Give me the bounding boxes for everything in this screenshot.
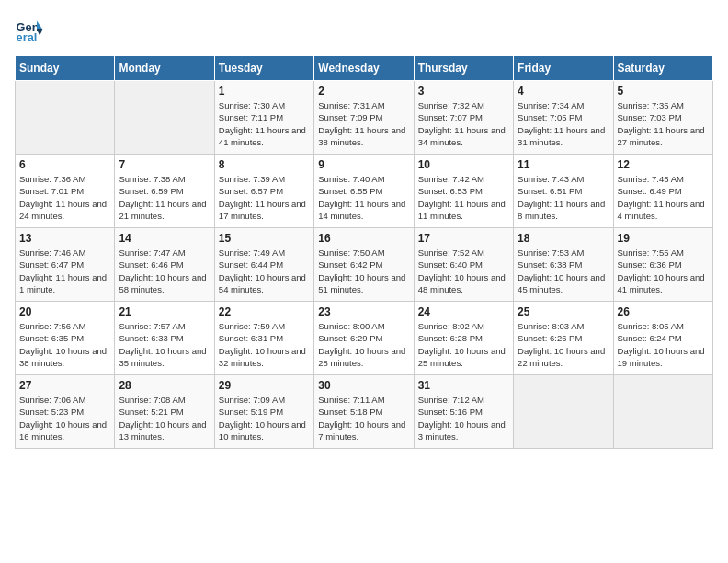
day-info: Sunrise: 7:43 AMSunset: 6:51 PMDaylight:… [518,173,609,222]
sunrise-label: Sunrise: 7:06 AM [19,395,85,405]
daylight-label: Daylight: 10 hours and 38 minutes. [19,346,107,368]
day-info: Sunrise: 7:08 AMSunset: 5:21 PMDaylight:… [119,394,210,442]
header-cell-tuesday: Tuesday [214,56,313,81]
day-cell: 10Sunrise: 7:42 AMSunset: 6:53 PMDayligh… [414,155,513,228]
day-cell: 29Sunrise: 7:09 AMSunset: 5:19 PMDayligh… [214,375,313,449]
day-number: 3 [418,85,509,98]
daylight-label: Daylight: 11 hours and 27 minutes. [618,125,705,147]
day-number: 17 [418,232,509,245]
daylight-label: Daylight: 11 hours and 38 minutes. [318,125,405,147]
daylight-label: Daylight: 10 hours and 45 minutes. [518,272,605,294]
day-number: 7 [119,158,210,171]
day-info: Sunrise: 7:49 AMSunset: 6:44 PMDaylight:… [219,247,310,295]
day-info: Sunrise: 7:34 AMSunset: 7:05 PMDaylight:… [518,99,609,148]
day-cell: 20Sunrise: 7:56 AMSunset: 6:35 PMDayligh… [16,302,115,375]
day-number: 13 [19,232,110,245]
sunrise-label: Sunrise: 7:39 AM [219,174,285,184]
day-cell: 4Sunrise: 7:34 AMSunset: 7:05 PMDaylight… [514,81,613,155]
day-number: 20 [19,305,110,318]
day-cell: 17Sunrise: 7:52 AMSunset: 6:40 PMDayligh… [414,228,513,302]
day-info: Sunrise: 7:38 AMSunset: 6:59 PMDaylight:… [119,173,210,222]
day-cell: 7Sunrise: 7:38 AMSunset: 6:59 PMDaylight… [115,155,214,228]
day-info: Sunrise: 7:55 AMSunset: 6:36 PMDaylight:… [618,247,709,295]
svg-marker-2 [37,20,42,29]
day-info: Sunrise: 7:39 AMSunset: 6:57 PMDaylight:… [219,173,310,222]
day-info: Sunrise: 7:50 AMSunset: 6:42 PMDaylight:… [318,247,409,295]
day-cell [613,375,712,449]
day-cell: 11Sunrise: 7:43 AMSunset: 6:51 PMDayligh… [514,155,613,228]
sunset-label: Sunset: 5:16 PM [418,407,483,417]
day-info: Sunrise: 7:45 AMSunset: 6:49 PMDaylight:… [618,173,709,222]
sunrise-label: Sunrise: 7:59 AM [219,321,285,331]
sunrise-label: Sunrise: 8:05 AM [618,321,684,331]
sunset-label: Sunset: 7:03 PM [618,112,682,122]
day-number: 11 [518,158,609,171]
day-number: 8 [219,158,310,171]
day-number: 21 [119,305,210,318]
sunset-label: Sunset: 7:09 PM [318,112,382,122]
week-row-4: 27Sunrise: 7:06 AMSunset: 5:23 PMDayligh… [16,375,713,449]
sunset-label: Sunset: 7:01 PM [19,186,84,196]
day-cell: 15Sunrise: 7:49 AMSunset: 6:44 PMDayligh… [214,228,313,302]
header-cell-sunday: Sunday [16,56,115,81]
day-info: Sunrise: 7:35 AMSunset: 7:03 PMDaylight:… [618,99,709,148]
sunset-label: Sunset: 6:35 PM [19,333,84,343]
sunset-label: Sunset: 5:23 PM [19,407,84,417]
sunrise-label: Sunrise: 7:47 AM [119,247,185,258]
daylight-label: Daylight: 10 hours and 51 minutes. [318,272,405,294]
day-info: Sunrise: 7:06 AMSunset: 5:23 PMDaylight:… [19,394,110,442]
day-info: Sunrise: 7:46 AMSunset: 6:47 PMDaylight:… [19,247,110,295]
sunrise-label: Sunrise: 7:43 AM [518,174,584,184]
sunset-label: Sunset: 7:11 PM [219,112,283,122]
sunset-label: Sunset: 6:51 PM [518,186,582,196]
daylight-label: Daylight: 10 hours and 41 minutes. [618,272,705,294]
day-number: 27 [19,379,110,392]
daylight-label: Daylight: 11 hours and 11 minutes. [418,199,506,221]
day-number: 2 [318,85,409,98]
day-number: 12 [618,158,709,171]
day-info: Sunrise: 7:30 AMSunset: 7:11 PMDaylight:… [219,99,310,148]
day-number: 26 [618,305,709,318]
daylight-label: Daylight: 11 hours and 8 minutes. [518,199,605,221]
day-info: Sunrise: 7:11 AMSunset: 5:18 PMDaylight:… [318,394,409,442]
day-cell: 9Sunrise: 7:40 AMSunset: 6:55 PMDaylight… [314,155,414,228]
sunrise-label: Sunrise: 7:08 AM [119,395,185,405]
day-number: 31 [418,379,509,392]
week-row-2: 13Sunrise: 7:46 AMSunset: 6:47 PMDayligh… [16,228,713,302]
sunrise-label: Sunrise: 7:34 AM [518,100,584,110]
sunrise-label: Sunrise: 7:36 AM [19,174,85,184]
day-cell [16,81,115,155]
daylight-label: Daylight: 10 hours and 3 minutes. [418,419,506,442]
sunset-label: Sunset: 6:53 PM [418,186,483,196]
sunset-label: Sunset: 6:26 PM [518,333,582,343]
day-number: 28 [119,379,210,392]
daylight-label: Daylight: 10 hours and 16 minutes. [19,419,107,442]
day-number: 30 [318,379,409,392]
day-number: 10 [418,158,509,171]
day-cell: 2Sunrise: 7:31 AMSunset: 7:09 PMDaylight… [314,81,414,155]
daylight-label: Daylight: 11 hours and 34 minutes. [418,125,506,147]
day-number: 24 [418,305,509,318]
day-info: Sunrise: 7:31 AMSunset: 7:09 PMDaylight:… [318,99,409,148]
daylight-label: Daylight: 10 hours and 10 minutes. [219,419,306,442]
day-info: Sunrise: 7:53 AMSunset: 6:38 PMDaylight:… [518,247,609,295]
day-number: 5 [618,85,709,98]
day-number: 4 [518,85,609,98]
daylight-label: Daylight: 10 hours and 54 minutes. [219,272,306,294]
sunset-label: Sunset: 5:21 PM [119,407,183,417]
daylight-label: Daylight: 10 hours and 7 minutes. [318,419,405,442]
day-cell: 14Sunrise: 7:47 AMSunset: 6:46 PMDayligh… [115,228,214,302]
header-cell-saturday: Saturday [613,56,712,81]
day-cell: 30Sunrise: 7:11 AMSunset: 5:18 PMDayligh… [314,375,414,449]
day-cell: 12Sunrise: 7:45 AMSunset: 6:49 PMDayligh… [613,155,712,228]
day-number: 6 [19,158,110,171]
day-cell: 6Sunrise: 7:36 AMSunset: 7:01 PMDaylight… [16,155,115,228]
daylight-label: Daylight: 11 hours and 31 minutes. [518,125,605,147]
calendar-table: SundayMondayTuesdayWednesdayThursdayFrid… [15,55,713,449]
day-info: Sunrise: 7:12 AMSunset: 5:16 PMDaylight:… [418,394,509,442]
day-number: 16 [318,232,409,245]
sunrise-label: Sunrise: 7:50 AM [318,247,384,258]
daylight-label: Daylight: 11 hours and 1 minute. [19,272,107,294]
sunrise-label: Sunrise: 7:32 AM [418,100,484,110]
day-cell: 21Sunrise: 7:57 AMSunset: 6:33 PMDayligh… [115,302,214,375]
